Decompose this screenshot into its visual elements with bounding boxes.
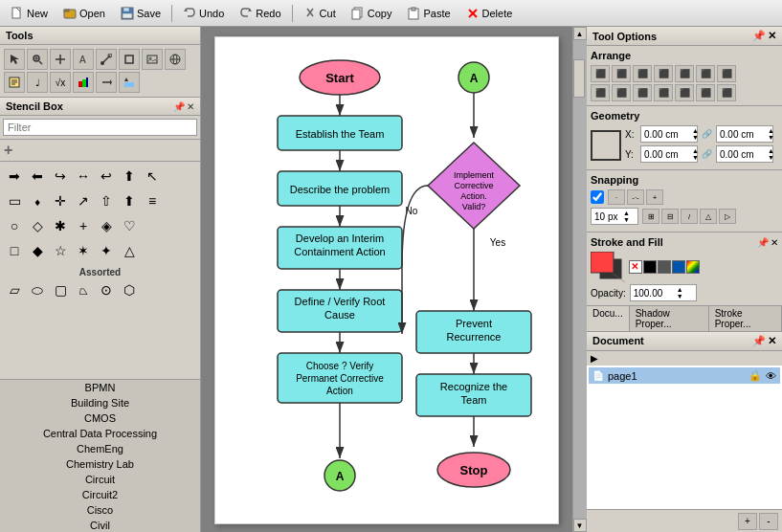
copy-button[interactable]: Copy bbox=[345, 4, 399, 23]
page-lock-icon[interactable]: 🔒 bbox=[748, 369, 762, 382]
stencil-close-button[interactable]: ✕ bbox=[187, 101, 194, 112]
stencil-item-circuit[interactable]: Circuit bbox=[0, 472, 200, 487]
x-right-up-button[interactable]: ▲ bbox=[768, 127, 774, 134]
ungroup-button[interactable]: ⬛ bbox=[675, 84, 694, 101]
y-input[interactable] bbox=[644, 149, 692, 160]
send-back-button[interactable]: ⬛ bbox=[717, 84, 736, 101]
stencil-item-building[interactable]: Building Site bbox=[0, 395, 200, 410]
shape-star6[interactable]: ✶ bbox=[73, 240, 94, 261]
shape-right-arrow[interactable]: ➡ bbox=[4, 166, 25, 187]
y-lock-icon[interactable]: 🔗 bbox=[702, 149, 712, 159]
snap-btn-2[interactable]: -·- bbox=[627, 189, 644, 205]
snap-btn-6[interactable]: / bbox=[681, 209, 698, 224]
align-extra2-button[interactable]: ⬛ bbox=[717, 65, 736, 82]
y-right-input[interactable] bbox=[720, 149, 768, 160]
shape-left-arrow[interactable]: ⬅ bbox=[27, 166, 48, 187]
x-down-button[interactable]: ▼ bbox=[692, 134, 699, 141]
y-up-button[interactable]: ▲ bbox=[692, 147, 699, 154]
snap-btn-7[interactable]: △ bbox=[700, 209, 717, 224]
color-swatch-black[interactable] bbox=[643, 260, 657, 274]
scroll-track[interactable] bbox=[573, 40, 587, 519]
stencil-item-cisco[interactable]: Cisco bbox=[0, 502, 200, 518]
shape-asterisk[interactable]: ✱ bbox=[50, 215, 71, 236]
stroke-fill-close-button[interactable]: ✕ bbox=[771, 237, 778, 248]
opacity-input[interactable] bbox=[634, 288, 677, 299]
x-right-input[interactable] bbox=[720, 129, 768, 140]
zoom-tool[interactable] bbox=[27, 49, 48, 70]
shape-stripe[interactable]: ≡ bbox=[142, 190, 163, 211]
tab-docu[interactable]: Docu... bbox=[587, 306, 630, 331]
align-right-button[interactable]: ⬛ bbox=[633, 65, 652, 82]
shape-cross-arrow[interactable]: ✛ bbox=[50, 190, 71, 211]
opacity-down-button[interactable]: ▼ bbox=[677, 293, 683, 299]
stencil-item-chemeng[interactable]: ChemEng bbox=[0, 441, 200, 456]
pan-tool[interactable] bbox=[50, 49, 71, 70]
stencil-item-cmos[interactable]: CMOS bbox=[0, 410, 200, 426]
image-tool[interactable] bbox=[142, 49, 163, 70]
shape-up-arrow-2[interactable]: ⇧ bbox=[96, 190, 117, 211]
stencil-item-chemlab[interactable]: Chemistry Lab bbox=[0, 456, 200, 472]
distribute-h-button[interactable]: ⬛ bbox=[654, 65, 673, 82]
paste-button[interactable]: Paste bbox=[400, 4, 457, 23]
align-extra-button[interactable]: ⬛ bbox=[696, 65, 715, 82]
stencil-item-circuit2[interactable]: Circuit2 bbox=[0, 487, 200, 502]
align-center-h-button[interactable]: ⬛ bbox=[612, 65, 631, 82]
shape-cylinder[interactable]: ⊙ bbox=[96, 279, 117, 300]
document-expand-icon[interactable]: ▶ bbox=[591, 353, 598, 364]
stencil-add-button[interactable]: + bbox=[4, 142, 12, 159]
opacity-up-button[interactable]: ▲ bbox=[677, 286, 683, 293]
stroke-fill-swatch[interactable] bbox=[591, 252, 625, 282]
scroll-thumb[interactable] bbox=[573, 59, 585, 98]
y-right-up-button[interactable]: ▲ bbox=[768, 147, 774, 154]
shape-star5[interactable]: ☆ bbox=[50, 240, 71, 261]
shape-rotated-sq[interactable]: ◈ bbox=[96, 215, 117, 236]
snap-checkbox[interactable] bbox=[591, 190, 604, 204]
vertical-scrollbar[interactable]: ▲ ▼ bbox=[572, 27, 586, 532]
x-lock-icon[interactable]: 🔗 bbox=[702, 129, 712, 139]
snap-up-button[interactable]: ▲ bbox=[623, 210, 630, 216]
shape-up-arrow[interactable]: ⬆ bbox=[119, 166, 140, 187]
shape-diamond[interactable]: ◇ bbox=[27, 215, 48, 236]
shape-rect[interactable]: ▭ bbox=[4, 190, 25, 211]
formula-tool[interactable]: √x bbox=[50, 72, 71, 93]
close-icon[interactable]: ✕ bbox=[768, 30, 776, 42]
connect-tool[interactable] bbox=[96, 49, 117, 70]
shape-left-bent[interactable]: ↩ bbox=[96, 166, 117, 187]
shape-ellipse[interactable]: ⬭ bbox=[27, 279, 48, 300]
shape-tool[interactable] bbox=[119, 49, 140, 70]
save-button[interactable]: Save bbox=[114, 4, 168, 23]
globe-tool[interactable] bbox=[165, 49, 186, 70]
shape-right-bent[interactable]: ↪ bbox=[50, 166, 71, 187]
bring-forward-button[interactable]: ⬛ bbox=[696, 84, 715, 101]
note-tool[interactable] bbox=[4, 72, 25, 93]
doc-remove-button[interactable]: - bbox=[759, 513, 778, 530]
x-right-down-button[interactable]: ▼ bbox=[768, 134, 774, 141]
x-up-button[interactable]: ▲ bbox=[692, 127, 699, 134]
scroll-up-button[interactable]: ▲ bbox=[573, 27, 587, 40]
snap-btn-1[interactable]: · bbox=[608, 189, 625, 205]
color-swatch-blue[interactable] bbox=[672, 260, 685, 274]
tab-stroke[interactable]: Stroke Proper... bbox=[709, 306, 782, 331]
stroke-fill-pin-button[interactable]: 📌 bbox=[757, 237, 769, 248]
shape-diamond2[interactable]: ◆ bbox=[27, 240, 48, 261]
group-button[interactable]: ⬛ bbox=[654, 84, 673, 101]
canvas-scroll-area[interactable]: Start Establish the Team Describe the pr… bbox=[201, 27, 572, 532]
delete-button[interactable]: Delete bbox=[459, 4, 520, 23]
shape-double-up[interactable]: ⬆ bbox=[119, 190, 140, 211]
shape-trapezoid[interactable]: ⏢ bbox=[73, 279, 94, 300]
arrow-tool[interactable] bbox=[96, 72, 117, 93]
color-swatch-x[interactable]: ✕ bbox=[629, 260, 642, 274]
text-tool[interactable]: A bbox=[73, 49, 94, 70]
shape-sun[interactable]: ✦ bbox=[96, 240, 117, 261]
shape-triangle[interactable]: △ bbox=[119, 240, 140, 261]
snap-btn-3[interactable]: + bbox=[646, 189, 663, 205]
fill-tool[interactable] bbox=[119, 72, 140, 93]
shape-left-right[interactable]: ↔ bbox=[73, 166, 94, 187]
redo-button[interactable]: Redo bbox=[233, 4, 287, 23]
x-input[interactable] bbox=[644, 129, 692, 140]
new-button[interactable]: New bbox=[4, 4, 55, 23]
tab-shadow[interactable]: Shadow Proper... bbox=[630, 306, 709, 331]
doc-add-button[interactable]: + bbox=[738, 513, 757, 530]
document-pin-button[interactable]: 📌 bbox=[752, 335, 766, 347]
music-tool[interactable]: ♩ bbox=[27, 72, 48, 93]
